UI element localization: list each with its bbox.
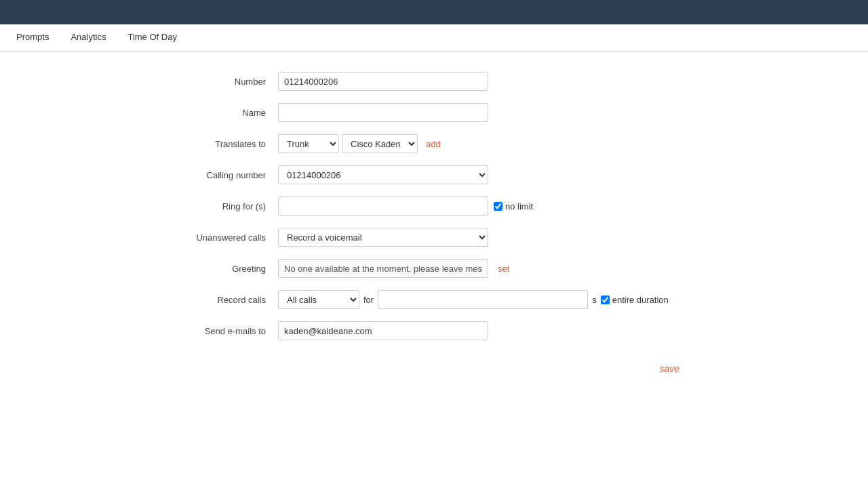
unanswered-calls-label: Unanswered calls (142, 232, 278, 243)
nav-bar: Prompts Analytics Time Of Day (0, 24, 868, 52)
name-row: Name (142, 103, 726, 122)
name-label: Name (142, 108, 278, 118)
add-link[interactable]: add (426, 139, 441, 149)
ring-for-input[interactable] (278, 197, 488, 216)
greeting-input[interactable] (278, 259, 488, 278)
destination-select[interactable]: Cisco Kaden (342, 134, 418, 153)
tab-analytics[interactable]: Analytics (60, 25, 117, 50)
form-container: Number Name Translates to Trunk Cisco Ka… (129, 72, 739, 377)
save-row: save (142, 361, 726, 377)
number-label: Number (142, 77, 278, 87)
s-label: s (592, 295, 597, 305)
record-for-input[interactable] (378, 290, 588, 309)
calling-number-label: Calling number (142, 170, 278, 180)
tab-time-of-day[interactable]: Time Of Day (117, 25, 187, 50)
record-calls-label: Record calls (142, 295, 278, 305)
send-emails-label: Send e-mails to (142, 326, 278, 336)
translates-to-controls: Trunk Cisco Kaden add (278, 134, 441, 153)
top-bar (0, 0, 868, 24)
ring-for-label: Ring for (s) (142, 201, 278, 211)
translates-to-row: Translates to Trunk Cisco Kaden add (142, 134, 726, 153)
translates-to-label: Translates to (142, 139, 278, 149)
for-label: for (363, 295, 374, 305)
main-content: Number Name Translates to Trunk Cisco Ka… (0, 52, 868, 488)
greeting-label: Greeting (142, 264, 278, 274)
entire-duration-checkbox[interactable] (601, 296, 610, 304)
calling-number-row: Calling number 01214000206 (142, 165, 726, 184)
no-limit-checkbox[interactable] (494, 202, 502, 211)
number-row: Number (142, 72, 726, 91)
tab-prompts[interactable]: Prompts (5, 25, 60, 50)
record-calls-row: Record calls All calls No calls Inbound … (142, 290, 726, 309)
calling-number-select[interactable]: 01214000206 (278, 165, 488, 184)
unanswered-calls-row: Unanswered calls Record a voicemail (142, 228, 726, 247)
greeting-controls: set (278, 259, 509, 278)
ring-for-row: Ring for (s) no limit (142, 197, 726, 216)
name-input[interactable] (278, 103, 488, 122)
record-calls-controls: All calls No calls Inbound only Outbound… (278, 290, 669, 309)
unanswered-calls-select[interactable]: Record a voicemail (278, 228, 488, 247)
number-input[interactable] (278, 72, 488, 91)
trunk-select[interactable]: Trunk (278, 134, 339, 153)
save-button[interactable]: save (654, 361, 685, 377)
greeting-row: Greeting set (142, 259, 726, 278)
set-link[interactable]: set (498, 264, 509, 274)
send-emails-row: Send e-mails to (142, 321, 726, 340)
entire-duration-label[interactable]: entire duration (601, 295, 669, 305)
record-calls-select[interactable]: All calls No calls Inbound only Outbound… (278, 290, 359, 309)
email-input[interactable] (278, 321, 488, 340)
ring-for-controls: no limit (278, 197, 533, 216)
no-limit-label[interactable]: no limit (494, 201, 533, 211)
